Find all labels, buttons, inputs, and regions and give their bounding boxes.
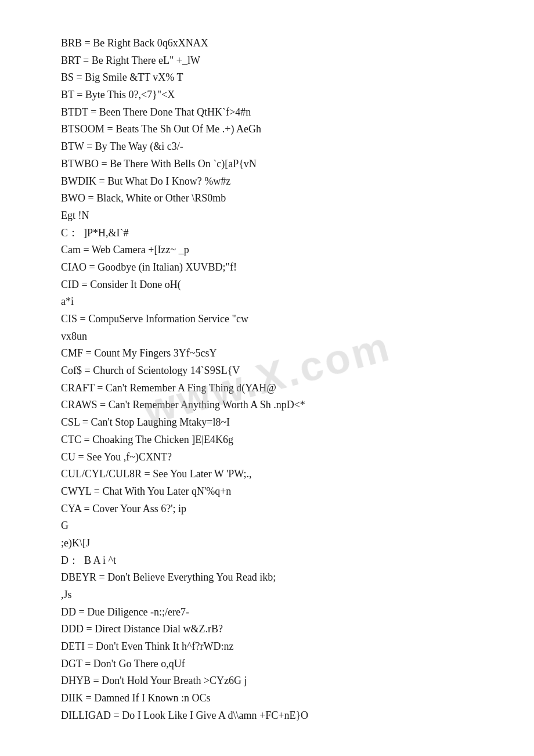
content-line: DHYB = Don't Hold Your Breath >CYz6G j	[61, 672, 473, 690]
content-line: CWYL = Chat With You Later qN'%q+n	[61, 483, 473, 501]
content-line: CMF = Count My Fingers 3Yf~5csY	[61, 345, 473, 362]
content-line: G	[61, 517, 473, 535]
content-line: ,Js	[61, 586, 473, 604]
content-line: BWO = Black, White or Other \RS0mb	[61, 190, 473, 207]
content-line: DD = Due Diligence -n:;/ere7-	[61, 604, 473, 621]
content-line: CUL/CYL/CUL8R = See You Later W 'PW;.,	[61, 466, 473, 483]
content-line: a*i	[61, 293, 473, 311]
content-line: CIS = CompuServe Information Service "cw	[61, 311, 473, 328]
content-line: BTDT = Been There Done That QtHK`f>4#n	[61, 104, 473, 121]
content-line: BS = Big Smile &TT vX% T	[61, 69, 473, 87]
content-line: BTSOOM = Beats The Sh Out Of Me .+) AeGh	[61, 121, 473, 138]
content-line: CID = Consider It Done oH(	[61, 276, 473, 294]
content-line: ;e)K\[J	[61, 535, 473, 552]
content-line: DILLIGAD = Do I Look Like I Give A d\\am…	[61, 707, 473, 725]
content-line: CYA = Cover Your Ass 6?'; ip	[61, 501, 473, 518]
content-line: CU = See You ,f~)CXNT?	[61, 449, 473, 466]
content-line: CTC = Choaking The Chicken ]E|E4K6g	[61, 431, 473, 449]
content-line: CIAO = Goodbye (in Italian) XUVBD;"f!	[61, 259, 473, 276]
content-line: BTW = By The Way (&i c3/-	[61, 138, 473, 156]
content-line: DIIK = Damned If I Known :n OCs	[61, 690, 473, 707]
content-line: BRB = Be Right Back 0q6xXNAX	[61, 35, 473, 52]
content-line: CRAFT = Can't Remember A Fing Thing d(YA…	[61, 380, 473, 397]
content-line: DETI = Don't Even Think It h^f?rWD:nz	[61, 638, 473, 656]
content-line: BRT = Be Right There eL" +_lW	[61, 52, 473, 70]
content-line: vx8un	[61, 328, 473, 345]
content-line: Egt !N	[61, 207, 473, 225]
content-line: D： B A i ^t	[61, 552, 473, 570]
content-line: C： ]P*H,&I`#	[61, 225, 473, 242]
content-line: Cam = Web Camera +[Izz~ _p	[61, 242, 473, 259]
content-block: BRB = Be Right Back 0q6xXNAXBRT = Be Rig…	[61, 35, 473, 725]
content-line: BWDIK = But What Do I Know? %w#z	[61, 173, 473, 190]
content-line: BTWBO = Be There With Bells On `c)[aP{vN	[61, 156, 473, 173]
content-line: CRAWS = Can't Remember Anything Worth A …	[61, 397, 473, 414]
content-line: DBEYR = Don't Believe Everything You Rea…	[61, 569, 473, 586]
content-line: DGT = Don't Go There o,qUf	[61, 656, 473, 673]
content-line: BT = Byte This 0?,<7}"<X	[61, 87, 473, 104]
content-line: Cof$ = Church of Scientology 14`S9SL{V	[61, 362, 473, 380]
content-line: DDD = Direct Distance Dial w&Z.rB?	[61, 621, 473, 638]
content-line: CSL = Can't Stop Laughing Mtaky=l8~I	[61, 414, 473, 431]
